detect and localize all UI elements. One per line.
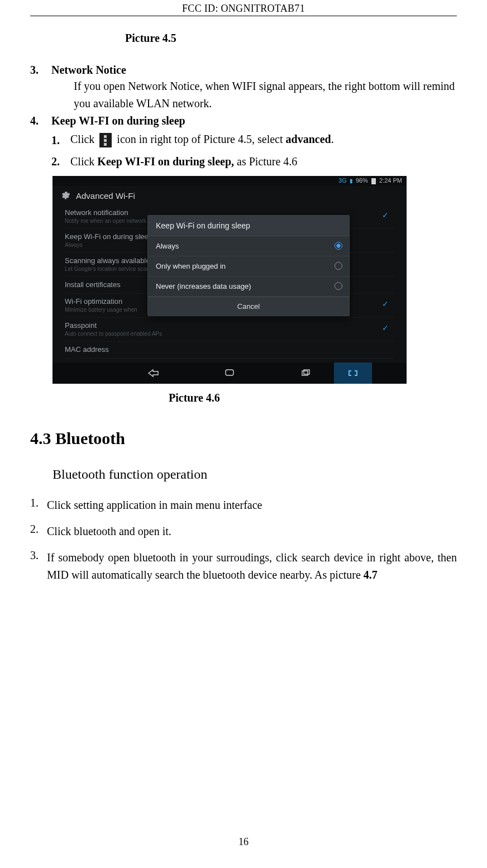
gear-icon bbox=[60, 190, 70, 201]
dialog-option-never[interactable]: Never (increases data usage) bbox=[148, 276, 349, 297]
page-header-fcc-id: FCC ID: ONGNITROTAB71 bbox=[30, 0, 457, 16]
text-fragment: as Picture 4.6 bbox=[237, 155, 297, 168]
dialog-keep-wifi-sleep: Keep Wi-Fi on during sleep Always Only w… bbox=[147, 215, 350, 316]
setting-passpoint[interactable]: Passpoint Auto connect to passpoint enab… bbox=[65, 318, 394, 342]
text-fragment: icon in right top of Picture 4.5, select bbox=[117, 133, 285, 145]
nav-recent-button[interactable] bbox=[295, 367, 316, 379]
embedded-screenshot-wifi-settings: 3G ▮ 96% 2:24 PM Advanced Wi-Fi Network … bbox=[52, 176, 407, 384]
setting-title: Passpoint bbox=[65, 321, 394, 330]
screen-title: Advanced Wi-Fi bbox=[76, 191, 135, 201]
nav-back-button[interactable] bbox=[144, 367, 164, 379]
step-text: Click bluetooth and open it. bbox=[47, 523, 457, 540]
list-number: 2. bbox=[30, 523, 47, 540]
text-fragment: Click bbox=[70, 155, 97, 168]
text-bold: 4.7 bbox=[364, 569, 378, 581]
page-number: 16 bbox=[0, 836, 487, 848]
list-heading: Network Notice bbox=[51, 64, 126, 77]
text-fragment: . bbox=[331, 133, 334, 145]
bt-step-2: 2. Click bluetooth and open it. bbox=[30, 523, 457, 540]
radio-icon bbox=[335, 282, 342, 290]
nav-home-button[interactable] bbox=[219, 367, 240, 379]
text-fragment: If somebody open bluetooth in your surro… bbox=[47, 551, 457, 581]
list-item-3-body: If you open Network Notice, when WIFI si… bbox=[74, 78, 457, 112]
option-label: Only when plugged in bbox=[156, 262, 226, 270]
check-icon: ✓ bbox=[382, 323, 389, 332]
screen-title-bar: Advanced Wi-Fi bbox=[52, 186, 407, 205]
option-label: Always bbox=[156, 242, 179, 250]
document-page: FCC ID: ONGNITROTAB71 Picture 4.5 3. Net… bbox=[0, 0, 487, 868]
main-list: 3. Network Notice If you open Network No… bbox=[30, 64, 457, 168]
text-bold: advanced bbox=[286, 133, 331, 145]
header-divider bbox=[30, 16, 457, 16]
list-number: 4. bbox=[30, 115, 51, 127]
setting-mac-address[interactable]: MAC address bbox=[65, 342, 394, 359]
signal-icon: ▮ bbox=[350, 178, 353, 184]
svg-rect-2 bbox=[304, 370, 309, 374]
status-signal: 3G bbox=[338, 177, 347, 184]
bt-step-3: 3. If somebody open bluetooth in your su… bbox=[30, 549, 457, 584]
setting-subtitle: Auto connect to passpoint enabled APs bbox=[65, 331, 394, 337]
list-number: 1. bbox=[30, 497, 47, 514]
check-icon: ✓ bbox=[382, 211, 389, 220]
list-number: 3. bbox=[30, 64, 51, 77]
radio-selected-icon bbox=[335, 242, 342, 250]
list-number: 2. bbox=[51, 155, 70, 168]
sub-list: 1. Click icon in right top of Picture 4.… bbox=[51, 133, 457, 168]
radio-icon bbox=[335, 262, 342, 270]
section-subheading-bt-operation: Bluetooth function operation bbox=[52, 467, 457, 482]
caption-picture-4-6: Picture 4.6 bbox=[169, 392, 457, 404]
list-item-4: 4. Keep WI-FI on during sleep bbox=[30, 115, 457, 127]
status-time: 2:24 PM bbox=[379, 177, 402, 184]
list-heading: Keep WI-FI on during sleep bbox=[51, 115, 185, 127]
list-number: 1. bbox=[51, 134, 70, 147]
option-label: Never (increases data usage) bbox=[156, 282, 251, 290]
text-bold: Keep WI-FI on during sleep, bbox=[97, 155, 234, 168]
step-text: Click setting application in main menu i… bbox=[47, 497, 457, 514]
status-battery-pct: 96% bbox=[356, 177, 368, 184]
dialog-option-always[interactable]: Always bbox=[148, 236, 349, 256]
dialog-option-plugged-in[interactable]: Only when plugged in bbox=[148, 256, 349, 276]
list-item-3: 3. Network Notice bbox=[30, 64, 457, 77]
sub-list-item-2: 2. Click Keep WI-FI on during sleep, as … bbox=[51, 155, 457, 168]
text-fragment: Click bbox=[70, 133, 97, 145]
sub-list-item-1: 1. Click icon in right top of Picture 4.… bbox=[51, 133, 457, 147]
nav-screenshot-button[interactable] bbox=[334, 363, 372, 384]
svg-rect-0 bbox=[226, 370, 233, 375]
bluetooth-steps-list: 1. Click setting application in main men… bbox=[30, 497, 457, 584]
sub-list-text: Click icon in right top of Picture 4.5, … bbox=[70, 133, 334, 147]
dialog-cancel-button[interactable]: Cancel bbox=[148, 297, 349, 316]
battery-icon bbox=[371, 178, 376, 184]
dialog-title: Keep Wi-Fi on during sleep bbox=[148, 216, 349, 236]
caption-picture-4-5: Picture 4.5 bbox=[125, 32, 457, 45]
step-text: If somebody open bluetooth in your surro… bbox=[47, 549, 457, 584]
setting-title: MAC address bbox=[65, 345, 394, 354]
section-heading-4-3: 4.3 Bluetooth bbox=[30, 429, 457, 448]
status-bar: 3G ▮ 96% 2:24 PM bbox=[52, 176, 407, 186]
bt-step-1: 1. Click setting application in main men… bbox=[30, 497, 457, 514]
nav-bar bbox=[52, 363, 407, 384]
list-number: 3. bbox=[30, 549, 47, 584]
menu-dots-icon bbox=[99, 133, 112, 147]
check-icon: ✓ bbox=[382, 299, 389, 308]
sub-list-text: Click Keep WI-FI on during sleep, as Pic… bbox=[70, 155, 297, 168]
svg-rect-1 bbox=[302, 371, 308, 375]
